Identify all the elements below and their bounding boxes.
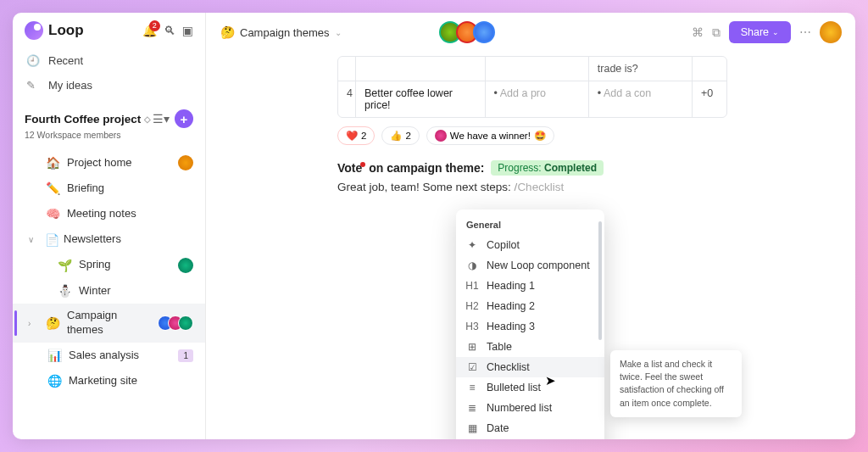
- slash-item-h3[interactable]: H3Heading 3: [456, 316, 604, 337]
- brain-icon: 🧠: [45, 206, 60, 221]
- add-page-button[interactable]: +: [175, 109, 193, 128]
- tree-sales-analysis[interactable]: 📊Sales analysis1: [13, 343, 205, 368]
- chevron-right-icon: ›: [28, 318, 38, 329]
- slash-item-bulleted[interactable]: ≡Bulleted list: [456, 377, 604, 398]
- bulleted-list-icon: ≡: [466, 382, 478, 393]
- reaction-winner[interactable]: We have a winner! 🤩: [426, 126, 554, 145]
- filter-icon[interactable]: ☰▾: [153, 112, 170, 126]
- avatar: [178, 315, 193, 331]
- slash-item-h2[interactable]: H2Heading 2: [456, 296, 604, 316]
- nav-recent-label: Recent: [48, 54, 83, 67]
- presentation-icon: 📊: [47, 348, 62, 363]
- tree-campaign-themes[interactable]: ›🤔Campaign themes: [13, 304, 205, 343]
- avatar: [178, 258, 193, 273]
- app-name: Loop: [48, 22, 84, 39]
- pencil-icon: ✏️: [45, 181, 60, 196]
- nav-myideas[interactable]: ✎ My ideas: [13, 73, 205, 98]
- tree-newsletters[interactable]: ∨📄Newsletters: [13, 227, 205, 253]
- lightbulb-icon: ✎: [26, 79, 40, 92]
- slash-command-menu: General ✦Copilot ◑New Loop component H1H…: [456, 209, 604, 439]
- avatar: [178, 155, 193, 170]
- workspace-members: 12 Workspace members: [25, 130, 193, 140]
- panel-icon[interactable]: ▣: [182, 24, 193, 37]
- presence-avatars[interactable]: [444, 21, 495, 43]
- chevron-down-icon: ⌄: [772, 28, 779, 36]
- chevron-down-icon: ∨: [28, 234, 38, 245]
- notifications-icon[interactable]: 🔔2: [142, 24, 157, 37]
- pros-cons-table[interactable]: trade is? 4 Better coffee lower price! •…: [337, 56, 727, 118]
- avatar: [435, 130, 447, 142]
- thinking-icon: 🤔: [45, 315, 60, 331]
- tree-briefing[interactable]: ✏️Briefing: [13, 176, 205, 201]
- more-icon[interactable]: ⋯: [799, 25, 811, 39]
- slash-item-numbered[interactable]: ≣Numbered list: [456, 398, 604, 418]
- body-paragraph[interactable]: Great job, team! Some next steps: /Check…: [337, 181, 830, 193]
- tree-spring[interactable]: 🌱Spring: [13, 253, 205, 278]
- nav-recent[interactable]: 🕘 Recent: [13, 48, 205, 73]
- avatar: [473, 21, 495, 43]
- con-cell[interactable]: • Add a con: [589, 81, 693, 117]
- slash-item-newloop[interactable]: ◑New Loop component: [456, 255, 604, 276]
- house-icon: 🏠: [45, 155, 60, 170]
- seedling-icon: 🌱: [57, 258, 72, 273]
- profile-avatar[interactable]: [820, 21, 842, 43]
- tree-marketing-site[interactable]: 🌐Marketing site: [13, 368, 205, 393]
- snowman-icon: ⛄: [57, 283, 72, 299]
- slash-item-h1[interactable]: H1Heading 1: [456, 276, 604, 296]
- heading-text: Vote on campaign theme:: [337, 161, 484, 175]
- tree-meeting-notes[interactable]: 🧠Meeting notes: [13, 201, 205, 226]
- apps-icon[interactable]: ⌘: [692, 25, 704, 39]
- row-number: 4: [338, 81, 356, 117]
- slash-item-table[interactable]: ⊞Table: [456, 337, 604, 357]
- table-icon: ⊞: [466, 341, 478, 353]
- slash-item-checklist[interactable]: ☑Checklist: [456, 357, 604, 377]
- nav-myideas-label: My ideas: [48, 79, 92, 92]
- checklist-icon: ☑: [466, 361, 478, 373]
- chevron-down-icon: ⌄: [335, 28, 342, 37]
- slash-menu-section: General: [456, 216, 604, 235]
- copy-icon[interactable]: ⧉: [712, 25, 721, 40]
- tooltip: Make a list and check it twice. Feel the…: [610, 350, 742, 417]
- tree-project-home[interactable]: 🏠Project home: [13, 150, 205, 176]
- vote-cell[interactable]: +0: [693, 81, 726, 117]
- pro-cell[interactable]: • Add a pro: [486, 81, 589, 117]
- mouse-cursor-icon: ➤: [545, 373, 556, 388]
- numbered-list-icon: ≣: [466, 402, 478, 414]
- reaction-heart[interactable]: ❤️ 2: [337, 126, 375, 145]
- copilot-icon: ✦: [466, 239, 478, 251]
- page-icon: 📄: [45, 232, 57, 248]
- reaction-thumbs[interactable]: 👍 2: [381, 126, 419, 145]
- slash-item-divider[interactable]: —Divider: [456, 438, 604, 439]
- idea-cell[interactable]: Better coffee lower price!: [356, 81, 486, 117]
- breadcrumb[interactable]: 🤔 Campaign themes ⌄: [220, 25, 342, 39]
- loop-component-icon: ◑: [466, 259, 478, 271]
- slash-item-date[interactable]: ▦Date: [456, 418, 604, 438]
- thinking-icon: 🤔: [220, 25, 235, 39]
- workspace-chevron-icon: ◇: [144, 114, 151, 124]
- search-icon[interactable]: 🔍︎: [164, 24, 175, 37]
- h3-icon: H3: [466, 321, 478, 332]
- app-header: Loop 🔔2 🔍︎ ▣: [13, 13, 205, 48]
- table-row[interactable]: 4 Better coffee lower price! • Add a pro…: [338, 81, 726, 117]
- loop-logo-icon: [25, 21, 43, 40]
- slash-item-copilot[interactable]: ✦Copilot: [456, 235, 604, 255]
- workspace-name[interactable]: Fourth Coffee project ◇: [25, 113, 151, 126]
- notification-badge: 2: [149, 20, 160, 31]
- h1-icon: H1: [466, 280, 478, 292]
- share-button[interactable]: Share ⌄: [729, 21, 791, 43]
- count-badge: 1: [178, 349, 193, 362]
- date-icon: ▦: [466, 422, 478, 434]
- breadcrumb-label: Campaign themes: [240, 26, 330, 39]
- scrollbar[interactable]: [598, 221, 602, 340]
- tree-winter[interactable]: ⛄Winter: [13, 278, 205, 304]
- globe-icon: 🌐: [47, 373, 62, 388]
- clock-icon: 🕘: [26, 54, 40, 67]
- table-row[interactable]: trade is?: [338, 57, 726, 81]
- progress-tag[interactable]: Progress: Completed: [491, 160, 604, 176]
- h2-icon: H2: [466, 300, 478, 312]
